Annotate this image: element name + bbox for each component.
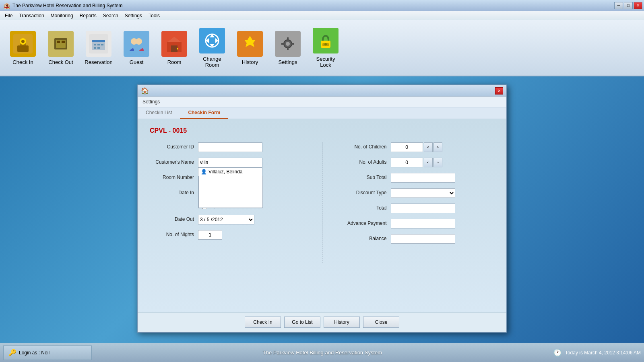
discount-select[interactable] — [391, 188, 455, 198]
changeroom-icon — [199, 28, 225, 53]
toolbar: Check In Check Out Reservation Guest Roo… — [0, 20, 644, 76]
toolbar-changeroom[interactable]: Change Room — [194, 24, 230, 72]
date-in-label: Date In — [150, 188, 198, 195]
modal-body: CPVL - 0015 Customer ID Customer's Name — [138, 119, 506, 312]
menu-transaction[interactable]: Transaction — [16, 12, 47, 19]
total-row: Total — [343, 204, 495, 213]
close-button[interactable]: ✕ — [634, 2, 642, 9]
toolbar-reservation[interactable]: Reservation — [80, 24, 117, 72]
date-out-row: Date Out 3 / 5 /2012 — [150, 215, 302, 224]
settings-icon — [275, 31, 301, 57]
room-icon — [161, 31, 187, 57]
children-spinner: < > — [391, 142, 442, 152]
toolbar-checkin[interactable]: Check In — [5, 24, 41, 72]
history-button[interactable]: History — [324, 317, 360, 328]
statusbar: 🔑 Login as : Neil The Parkview Hotel Bil… — [0, 343, 644, 362]
menu-search[interactable]: Search — [100, 12, 122, 19]
toolbar-history[interactable]: History — [232, 24, 268, 72]
children-increment[interactable]: > — [433, 142, 442, 152]
maximize-button[interactable]: □ — [624, 2, 633, 9]
form-left: Customer ID Customer's Name 👤 Villaluz, … — [150, 142, 302, 263]
clock-icon: 🕐 — [553, 348, 562, 357]
checkin-icon — [10, 31, 36, 57]
svg-rect-13 — [94, 44, 96, 45]
form-right: No. of Children < > No. of Adults < > — [343, 142, 495, 263]
svg-point-34 — [286, 42, 290, 46]
modal-close-button[interactable]: ✕ — [495, 87, 503, 95]
svg-point-42 — [324, 43, 327, 45]
subtotal-input[interactable] — [391, 173, 455, 183]
discount-dropdown-wrapper — [391, 188, 455, 198]
total-input[interactable] — [391, 204, 455, 213]
modal-home-icon: 🏠 — [141, 87, 149, 95]
toolbar-settings[interactable]: Settings — [270, 24, 306, 72]
history-icon — [237, 31, 263, 57]
checkin-button[interactable]: Check In — [245, 317, 281, 328]
modal-header: Settings — [138, 97, 506, 107]
reservation-icon — [86, 31, 111, 57]
menu-reports[interactable]: Reports — [76, 12, 100, 19]
adults-spinner: < > — [391, 158, 442, 167]
title-text: The Parkview Hotel Reservation and Billi… — [12, 3, 641, 8]
desktop: 🏠 ✕ Settings Checkin List Checkin Form C… — [0, 76, 644, 343]
adults-label: No. of Adults — [343, 158, 391, 165]
date-out-select[interactable]: 3 / 5 /2012 — [198, 215, 254, 224]
modal-titlebar: 🏠 ✕ — [138, 85, 506, 97]
go-to-list-button[interactable]: Go to List — [284, 317, 320, 328]
svg-rect-37 — [281, 43, 285, 45]
svg-point-22 — [136, 39, 141, 44]
toolbar-checkout[interactable]: Check Out — [43, 24, 79, 72]
svg-rect-9 — [62, 41, 65, 43]
svg-point-4 — [21, 40, 25, 43]
status-center-text: The Parkview Hotel Billing and Reservati… — [92, 350, 553, 356]
toolbar-settings-label: Settings — [279, 59, 297, 65]
adults-decrement[interactable]: < — [424, 158, 433, 167]
autocomplete-item[interactable]: 👤 Villaluz, Belinda — [198, 168, 262, 176]
autocomplete-list-area — [198, 176, 263, 208]
subtotal-label: Sub Total — [343, 173, 391, 180]
menu-file[interactable]: File — [2, 12, 16, 19]
guest-icon — [124, 31, 149, 57]
svg-rect-26 — [171, 45, 178, 52]
balance-input[interactable] — [391, 234, 455, 244]
menu-bar: File Transaction Monitoring Reports Sear… — [0, 11, 644, 20]
svg-rect-16 — [94, 47, 96, 49]
menu-tools[interactable]: Tools — [145, 12, 163, 19]
checkout-icon — [48, 31, 74, 57]
discount-label: Discount Type — [343, 188, 391, 195]
adults-input[interactable] — [391, 158, 423, 167]
date-out-label: Date Out — [150, 215, 198, 222]
discount-row: Discount Type — [343, 188, 495, 198]
menu-monitoring[interactable]: Monitoring — [47, 12, 76, 19]
svg-point-21 — [132, 39, 136, 44]
subtotal-row: Sub Total — [343, 173, 495, 183]
toolbar-securitylock[interactable]: Security Lock — [308, 24, 344, 72]
balance-label: Balance — [343, 234, 391, 241]
customer-id-input[interactable] — [198, 142, 262, 152]
adults-increment[interactable]: > — [433, 158, 442, 167]
svg-rect-17 — [97, 47, 100, 49]
advance-payment-input[interactable] — [391, 219, 455, 228]
menu-settings[interactable]: Settings — [122, 12, 145, 19]
close-modal-button[interactable]: Close — [363, 317, 399, 328]
nights-input[interactable] — [198, 230, 222, 240]
modal-window: 🏠 ✕ Settings Checkin List Checkin Form C… — [137, 84, 507, 333]
modal-footer: Check In Go to List History Close — [138, 312, 506, 332]
svg-rect-35 — [287, 37, 289, 41]
customer-name-input[interactable] — [198, 158, 262, 167]
minimize-button[interactable]: ─ — [614, 2, 623, 9]
svg-rect-14 — [97, 44, 100, 45]
children-input[interactable] — [391, 142, 423, 152]
status-login: 🔑 Login as : Neil — [3, 346, 92, 360]
children-decrement[interactable]: < — [424, 142, 433, 152]
tab-checkin-form[interactable]: Checkin Form — [180, 107, 228, 119]
room-number-label: Room Number — [150, 173, 198, 180]
toolbar-securitylock-label: Security Lock — [310, 56, 341, 68]
tab-checkin-list[interactable]: Checkin List — [138, 107, 180, 119]
toolbar-history-label: History — [242, 59, 258, 65]
customer-name-row: Customer's Name 👤 Villaluz, Belinda — [150, 158, 302, 167]
toolbar-room[interactable]: Room — [156, 24, 192, 72]
svg-rect-38 — [291, 43, 294, 45]
children-row: No. of Children < > — [343, 142, 495, 152]
toolbar-guest[interactable]: Guest — [118, 24, 155, 72]
